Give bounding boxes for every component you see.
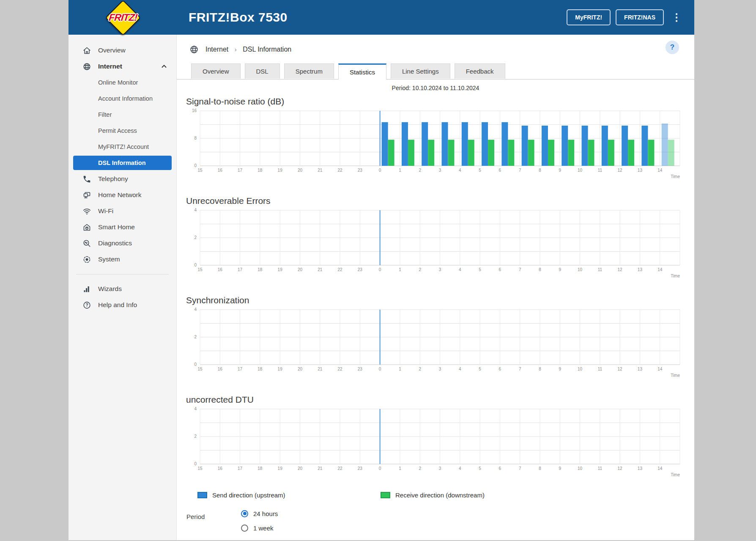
sidebar-item-label: Telephony bbox=[98, 175, 128, 183]
sidebar-item-online-monitor[interactable]: Online Monitor bbox=[68, 74, 176, 91]
sidebar-item-label: Filter bbox=[98, 111, 112, 118]
svg-text:20: 20 bbox=[298, 267, 303, 272]
svg-text:0: 0 bbox=[379, 267, 381, 272]
svg-text:12: 12 bbox=[618, 168, 623, 173]
tab-statistics[interactable]: Statistics bbox=[338, 63, 386, 80]
radio-24-hours[interactable]: 24 hours bbox=[241, 509, 278, 518]
sidebar-item-myfritz-account[interactable]: MyFRITZ! Account bbox=[68, 139, 176, 155]
svg-text:0: 0 bbox=[194, 163, 197, 168]
sidebar-item-home-network[interactable]: Home Network bbox=[68, 187, 176, 203]
svg-text:1: 1 bbox=[399, 367, 401, 371]
tab-feedback[interactable]: Feedback bbox=[455, 63, 505, 79]
breadcrumb-internet-link[interactable]: Internet bbox=[205, 46, 228, 53]
signal-to-noise-ratio-db-chart: 0816151617181920212223012345678910111213… bbox=[186, 107, 689, 181]
svg-text:15: 15 bbox=[197, 168, 203, 173]
svg-text:23: 23 bbox=[358, 466, 363, 471]
svg-text:7: 7 bbox=[519, 466, 521, 471]
svg-text:3: 3 bbox=[439, 168, 441, 173]
svg-text:2: 2 bbox=[194, 335, 197, 339]
unrecoverable-errors-chart: 0241516171819202122230123456789101112131… bbox=[186, 207, 689, 281]
sidebar-item-label: Account Information bbox=[98, 95, 153, 102]
sidebar-item-label: Internet bbox=[98, 63, 122, 70]
telephony-icon bbox=[81, 175, 92, 184]
tab-line-settings[interactable]: Line Settings bbox=[391, 63, 450, 79]
period-range-text: Period: 10.10.2024 to 11.10.2024 bbox=[177, 85, 694, 92]
sidebar-item-label: Home Network bbox=[98, 191, 142, 199]
sidebar-item-filter[interactable]: Filter bbox=[68, 107, 176, 123]
sidebar-item-wizards[interactable]: Wizards bbox=[68, 281, 176, 297]
sidebar-item-permit-access[interactable]: Permit Access bbox=[68, 123, 176, 139]
sidebar-item-label: Smart Home bbox=[98, 223, 135, 231]
period-control-label: Period bbox=[186, 509, 241, 538]
wizards-icon bbox=[81, 285, 92, 294]
svg-text:8: 8 bbox=[539, 267, 541, 272]
fritznas-button[interactable]: FRITZ!NAS bbox=[616, 9, 664, 25]
sidebar-item-overview[interactable]: Overview bbox=[68, 42, 176, 58]
sidebar-item-label: System bbox=[98, 255, 120, 263]
tab-overview[interactable]: Overview bbox=[191, 63, 241, 79]
svg-text:12: 12 bbox=[618, 367, 623, 371]
breadcrumb-row: Internet › DSL Information ? bbox=[177, 35, 694, 58]
sidebar-item-internet[interactable]: Internet bbox=[68, 58, 176, 74]
fritz-logo[interactable]: FRITZ! bbox=[104, 1, 141, 34]
legend-item-receive: Receive direction (downstream) bbox=[381, 492, 564, 499]
svg-text:Time: Time bbox=[671, 274, 680, 278]
svg-text:6: 6 bbox=[499, 466, 501, 471]
svg-text:1: 1 bbox=[399, 267, 401, 272]
uncorrected-dtu-chart: 0241516171819202122230123456789101112131… bbox=[186, 406, 689, 480]
period-control: Period 24 hours 1 week bbox=[186, 509, 694, 538]
logo-zone: FRITZ! bbox=[68, 0, 177, 35]
sidebar-item-help-and-info[interactable]: ?Help and Info bbox=[68, 297, 176, 313]
svg-text:0: 0 bbox=[379, 466, 381, 471]
help-button[interactable]: ? bbox=[666, 41, 679, 54]
sidebar-item-wi-fi[interactable]: Wi-Fi bbox=[68, 203, 176, 219]
svg-text:18: 18 bbox=[257, 466, 263, 471]
chart-title-unrecoverable-errors: Unrecoverable Errors bbox=[186, 195, 694, 207]
svg-text:18: 18 bbox=[257, 267, 263, 272]
radio-24-hours-icon[interactable] bbox=[241, 510, 248, 517]
kebab-menu-icon[interactable]: ⋮ bbox=[669, 12, 684, 22]
myfritz-button[interactable]: MyFRITZ! bbox=[567, 9, 611, 25]
svg-text:6: 6 bbox=[499, 267, 501, 272]
sidebar-item-system[interactable]: System bbox=[68, 251, 176, 267]
sidebar-item-telephony[interactable]: Telephony bbox=[68, 171, 176, 187]
header-actions: MyFRITZ! FRITZ!NAS ⋮ bbox=[567, 0, 684, 35]
svg-text:19: 19 bbox=[278, 466, 283, 471]
svg-text:3: 3 bbox=[439, 466, 441, 471]
svg-text:2: 2 bbox=[419, 367, 421, 371]
sidebar-item-account-information[interactable]: Account Information bbox=[68, 91, 176, 107]
svg-text:18: 18 bbox=[257, 168, 263, 173]
svg-text:7: 7 bbox=[519, 168, 521, 173]
svg-text:17: 17 bbox=[238, 168, 243, 173]
tabs-bar: OverviewDSLSpectrumStatisticsLine Settin… bbox=[177, 63, 694, 80]
radio-1-week-icon[interactable] bbox=[241, 525, 248, 532]
svg-text:Time: Time bbox=[671, 373, 680, 378]
svg-text:3: 3 bbox=[439, 267, 441, 272]
internet-icon bbox=[81, 62, 92, 71]
radio-1-week[interactable]: 1 week bbox=[241, 524, 278, 532]
svg-text:11: 11 bbox=[598, 466, 603, 471]
app-window: FRITZ! FRITZ!Box 7530 MyFRITZ! FRITZ!NAS… bbox=[68, 0, 694, 540]
tab-dsl[interactable]: DSL bbox=[245, 63, 280, 79]
chart-title-uncorrected-dtu: uncorrected DTU bbox=[186, 394, 694, 406]
svg-text:15: 15 bbox=[197, 367, 203, 371]
sidebar-item-diagnostics[interactable]: Diagnostics bbox=[68, 235, 176, 251]
system-icon bbox=[81, 255, 92, 264]
tab-spectrum[interactable]: Spectrum bbox=[284, 63, 334, 79]
sidebar-item-smart-home[interactable]: Smart Home bbox=[68, 219, 176, 235]
chevron-up-icon[interactable] bbox=[161, 63, 167, 71]
sidebar-item-dsl-information[interactable]: DSL Information bbox=[68, 155, 176, 171]
svg-text:9: 9 bbox=[559, 466, 561, 471]
svg-text:8: 8 bbox=[539, 466, 541, 471]
overview-icon bbox=[81, 46, 92, 55]
svg-text:17: 17 bbox=[238, 367, 243, 371]
svg-text:10: 10 bbox=[578, 466, 583, 471]
sidebar-item-label: Help and Info bbox=[98, 301, 137, 309]
wi-fi-icon bbox=[81, 207, 92, 216]
svg-text:21: 21 bbox=[318, 367, 323, 371]
sidebar-item-label: Permit Access bbox=[98, 127, 137, 134]
breadcrumb-current-page: DSL Information bbox=[243, 46, 291, 53]
svg-text:18: 18 bbox=[257, 367, 263, 371]
svg-text:4: 4 bbox=[459, 367, 461, 371]
sidebar-divider bbox=[76, 274, 169, 275]
